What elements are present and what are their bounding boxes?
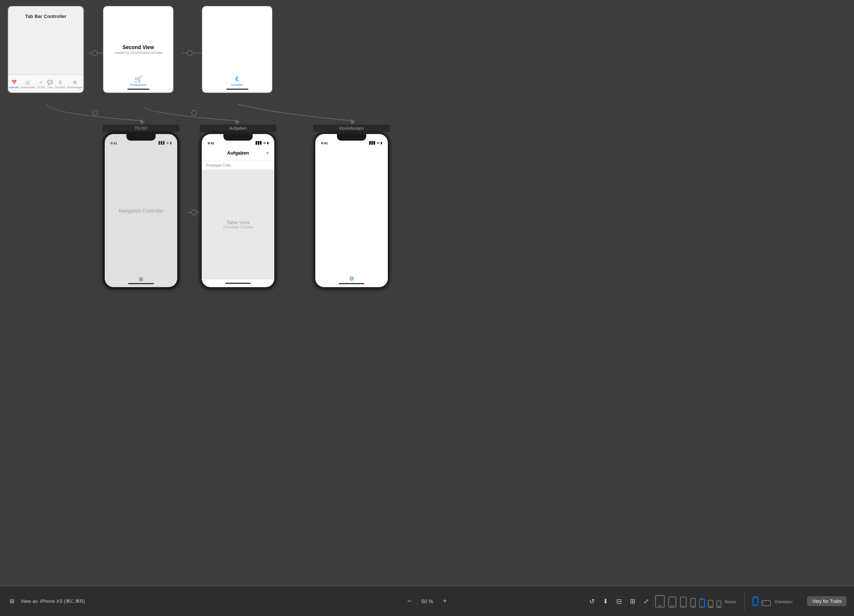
schulden-icon: € (57, 79, 64, 86)
layout-button[interactable]: ⊟ (614, 596, 624, 606)
svg-point-31 (718, 606, 720, 607)
prototype-cells-label: Prototype Cells (202, 161, 274, 169)
tab-einkaufsliste[interactable]: 🛒 Einkaufsliste (21, 79, 35, 88)
signal-icon: ▋▋▋ (159, 141, 165, 145)
tab-kalender[interactable]: 📅 Kalender (9, 79, 19, 88)
einstellungen-device-frame: 9:41 ▋▋▋ ⊙ ▮ ⚙ (313, 132, 390, 289)
einstellungen-scene-wrapper: Einstellungen 9:41 ▋▋▋ ⊙ ▮ ⚙ (313, 125, 390, 289)
device-option-iphone-medium[interactable] (690, 598, 696, 608)
iphone-large-icon (680, 596, 687, 608)
iphone-xs-icon (699, 598, 705, 608)
orientation-landscape[interactable] (761, 600, 771, 606)
tab-todo[interactable]: ✓ TO DO (37, 79, 45, 88)
svg-rect-24 (692, 606, 694, 607)
device-option-iphone-large[interactable] (680, 596, 687, 608)
svg-rect-18 (658, 605, 662, 606)
download-button[interactable]: ⬇ (601, 596, 610, 606)
ipad-medium-icon (668, 596, 677, 608)
status-icons-e: ▋▋▋ ⊙ ▮ (369, 141, 382, 145)
toolbar-left: ⊞ View as: iPhone XS (⌘C ⌘R) (7, 597, 85, 605)
notch-einstellungen (337, 134, 366, 140)
todo-scene-wrapper: TO DO 9:41 ▋▋▋ ⊙ ▮ Navigation Controller… (102, 125, 180, 289)
status-time-nav: 9:41 (111, 141, 117, 145)
aufgaben-device-frame: 9:41 ▋▋▋ ⊙ ▮ Aufgaben + Prototype Cells … (200, 132, 276, 289)
device-option-iphone-4[interactable] (716, 601, 721, 608)
battery-icon: ▮ (170, 141, 171, 145)
panel-toggle-button[interactable]: ⊞ (7, 597, 17, 605)
device-option-iphone-se[interactable] (708, 600, 714, 608)
nav-controller-device: 9:41 ▋▋▋ ⊙ ▮ Navigation Controller ⊞ (102, 132, 180, 289)
svg-marker-11 (235, 119, 240, 125)
chat-label: Chat (47, 86, 53, 88)
notch-nav (127, 134, 156, 140)
svg-point-8 (93, 110, 98, 115)
svg-marker-12 (351, 119, 355, 125)
svg-rect-26 (700, 606, 703, 607)
zoom-out-button[interactable]: − (405, 596, 414, 606)
chat-icon: 💬 (47, 79, 53, 86)
orientation-label: Orientation (775, 600, 793, 604)
iphone-4-icon (716, 601, 721, 608)
size-button[interactable]: ⊞ (628, 596, 637, 606)
svg-marker-9 (140, 119, 145, 125)
aufgaben-plus-button[interactable]: + (266, 150, 269, 156)
device-option-iphone-xs[interactable] (699, 598, 705, 608)
tab-bar-controller-scene: Tab Bar Controller 📅 Kalender 🛒 Einkaufs… (7, 6, 84, 93)
battery-icon-e: ▮ (380, 141, 382, 145)
zoom-in-button[interactable]: + (441, 596, 449, 606)
svg-rect-30 (717, 601, 721, 608)
svg-point-14 (192, 210, 197, 215)
todo-icon: ✓ (38, 79, 44, 86)
einkaufsliste-icon: 🛒 (25, 79, 32, 86)
aufgaben-nav-bar: Aufgaben + (202, 145, 274, 161)
tab-einstellungen[interactable]: ⚙ Einstellungen (67, 79, 83, 88)
svg-rect-36 (763, 602, 764, 605)
second-view-subtitle: Loaded by SecondViewController (114, 51, 163, 55)
iphone-se-icon (708, 600, 714, 608)
kalender-label: Kalender (9, 86, 19, 88)
undo-button[interactable]: ↺ (587, 596, 597, 606)
einstellungen-section-bar: Einstellungen (313, 125, 390, 132)
tab-chat[interactable]: 💬 Chat (47, 79, 53, 88)
third-view-scene: € Schulden (201, 6, 273, 93)
table-view-content: Table View Prototype Content (202, 169, 274, 279)
svg-point-10 (192, 110, 197, 115)
status-bar-nav: 9:41 ▋▋▋ ⊙ ▮ (105, 140, 177, 146)
expand-button[interactable]: ⤢ (641, 596, 651, 606)
status-icons-aufgaben: ▋▋▋ ⊙ ▮ (256, 141, 268, 145)
einstellungen-label: Einstellungen (67, 86, 83, 88)
status-time-e: 9:41 (321, 141, 328, 145)
device-option-ipad-large[interactable] (655, 595, 665, 608)
orientation-portrait[interactable] (753, 596, 758, 606)
home-bar-aufgaben (225, 283, 251, 284)
wifi-icon-e: ⊙ (377, 141, 380, 145)
notch-aufgaben (223, 134, 253, 140)
svg-rect-28 (708, 600, 713, 608)
iphone-medium-icon (690, 598, 696, 608)
home-bar-nav (128, 283, 154, 284)
battery-icon-a: ▮ (267, 141, 268, 145)
storyboard-canvas[interactable]: Tab Bar Controller 📅 Kalender 🛒 Einkaufs… (0, 0, 854, 586)
kalender-icon: 📅 (11, 79, 17, 86)
device-label: Device (725, 600, 737, 604)
tab-bar-title: Tab Bar Controller (12, 14, 80, 19)
tab-bar-controller-frame: Tab Bar Controller 📅 Kalender 🛒 Einkaufs… (7, 6, 84, 93)
device-option-ipad-medium[interactable] (668, 596, 677, 608)
view-as-label: View as: iPhone XS (⌘C ⌘R) (21, 598, 85, 604)
third-view-tab-icon: € Schulden (226, 75, 248, 90)
vary-traits-button[interactable]: Vary for Traits (807, 596, 847, 606)
svg-rect-34 (754, 597, 756, 598)
wifi-icon-a: ⊙ (263, 141, 266, 145)
svg-rect-20 (671, 605, 674, 606)
svg-rect-33 (754, 604, 757, 605)
svg-point-5 (187, 50, 192, 56)
signal-icon-a: ▋▋▋ (256, 141, 262, 145)
second-view-scene: Second View Loaded by SecondViewControll… (102, 6, 174, 93)
ipad-large-icon (655, 595, 665, 608)
tab-schulden[interactable]: € Schulden (55, 79, 66, 88)
settings-bottom-icon: ⚙ (349, 275, 354, 282)
orientation-label-wrapper: Orientation (775, 599, 793, 604)
todo-section-bar: TO DO (102, 125, 180, 132)
home-bar-einstellungen (339, 283, 364, 284)
orientation-options (753, 596, 771, 606)
